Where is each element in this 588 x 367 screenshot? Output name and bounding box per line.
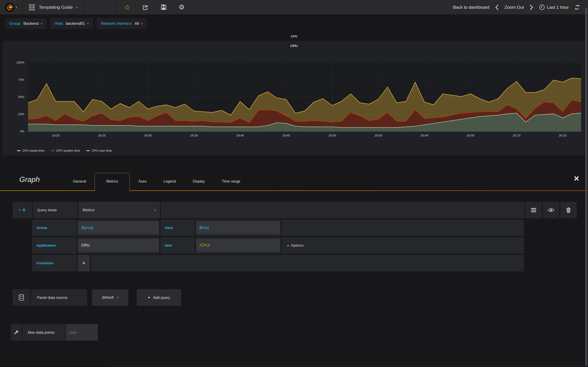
star-icon[interactable]: ☆ <box>124 4 130 11</box>
query-row-filler <box>161 202 524 218</box>
navbar-right: Back to dashboard Zoom Out Last 1 hour <box>453 0 588 15</box>
editor-tabs: GeneralMetricsAxesLegendDisplayTime rang… <box>65 168 249 191</box>
zoom-out-button[interactable]: Zoom Out <box>504 5 524 10</box>
gear-icon[interactable]: ⚙ <box>179 4 185 10</box>
variable-value: backend01 <box>66 21 85 26</box>
query-toggle-visibility-button[interactable] <box>543 202 559 218</box>
legend-swatch <box>51 150 54 151</box>
functions-label: Functions <box>32 255 77 271</box>
editor-accent-line <box>0 190 588 191</box>
time-range-label: Last 1 hour <box>547 5 569 10</box>
query-menu-button[interactable] <box>525 202 542 218</box>
variable-value: Backend <box>23 21 39 26</box>
panel-type-title: Graph <box>19 175 40 184</box>
query-mode-label: Query Mode <box>33 202 78 218</box>
x-axis-label: 19:55 <box>374 134 382 137</box>
query-collapse-toggle[interactable]: ▾ A <box>13 202 32 218</box>
chevron-down-icon: ▾ <box>154 209 156 212</box>
options-toggle[interactable]: ▸ Options: <box>282 237 524 254</box>
tab-metrics[interactable]: Metrics <box>95 173 130 191</box>
group-input[interactable] <box>78 221 159 234</box>
datasource-select[interactable]: default ▾ <box>92 289 128 306</box>
cpu-graph-canvas[interactable] <box>28 63 581 132</box>
x-axis-label: 19:45 <box>282 134 290 137</box>
chevron-down-icon: ▾ <box>16 6 17 9</box>
variable-dropdown-host[interactable]: Host:backend01▾ <box>50 18 93 29</box>
time-picker-button[interactable]: Last 1 hour <box>539 4 569 10</box>
navbar-actions: ☆ ⚙ <box>117 0 185 15</box>
item-label: Item <box>160 237 195 254</box>
tab-axes[interactable]: Axes <box>130 179 155 191</box>
scrollbar[interactable] <box>585 8 587 366</box>
trash-icon <box>566 207 571 213</box>
y-axis-label: 100% <box>10 61 24 64</box>
chevron-right-icon[interactable] <box>529 4 534 10</box>
graph-panel: CPU 0%25%50%75%100%19:2019:2519:3019:351… <box>3 41 585 156</box>
tab-general[interactable]: General <box>65 179 95 191</box>
x-axis-label: 19:40 <box>236 134 244 137</box>
legend-label: CPU system time <box>56 149 80 152</box>
save-icon[interactable] <box>161 4 167 10</box>
host-input[interactable] <box>196 221 280 234</box>
query-row-application-item: Application Item ▸ Options: <box>32 237 524 254</box>
caret-right-icon: ▸ <box>288 244 289 247</box>
plot-area[interactable]: 0%25%50%75%100%19:2019:2519:3019:3519:40… <box>28 63 581 132</box>
editor-header: Graph GeneralMetricsAxesLegendDisplayTim… <box>0 168 588 191</box>
item-input-cell <box>196 237 281 254</box>
database-icon <box>18 294 24 301</box>
chevron-down-icon: ▾ <box>87 22 89 25</box>
row-filler <box>91 255 524 271</box>
chevron-left-icon[interactable] <box>495 4 499 10</box>
query-row-functions: Functions + <box>32 255 524 271</box>
panel-title[interactable]: CPU <box>3 41 585 48</box>
x-axis-label: 20:05 <box>467 134 474 137</box>
y-axis-label: 25% <box>10 112 24 116</box>
y-axis-label: 50% <box>10 95 24 99</box>
graph-legend: CPU iowait timeCPU system timeCPU user t… <box>17 149 112 152</box>
legend-item[interactable]: CPU iowait time <box>17 149 44 152</box>
datasource-label: Panel data source <box>31 289 87 306</box>
tab-legend[interactable]: Legend <box>155 179 184 191</box>
application-input[interactable] <box>78 239 159 252</box>
navbar-spacer <box>185 0 453 15</box>
variable-dropdown-network-interface[interactable]: Network interface:All▾ <box>97 18 147 29</box>
x-axis-label: 19:25 <box>98 134 106 137</box>
y-axis-label: 75% <box>10 78 24 81</box>
item-input[interactable] <box>196 239 280 252</box>
tab-display[interactable]: Display <box>184 179 213 191</box>
add-query-label: Add query <box>153 295 170 300</box>
query-row-group-host: Group Host <box>32 219 524 236</box>
group-input-cell <box>78 219 159 236</box>
row-title[interactable]: CPU <box>0 35 588 38</box>
query-delete-button[interactable] <box>560 202 577 218</box>
legend-swatch <box>86 150 90 151</box>
chevron-down-icon: ▾ <box>76 6 78 9</box>
panel-editor: Graph GeneralMetricsAxesLegendDisplayTim… <box>0 168 588 341</box>
share-icon[interactable] <box>142 4 149 10</box>
add-function-button[interactable]: + <box>78 255 90 271</box>
close-editor-button[interactable] <box>574 176 579 182</box>
chevron-down-icon: ▾ <box>117 296 119 299</box>
query-row-a: ▾ A Query Mode Metrics ▾ <box>13 202 577 218</box>
dashboard-title-menu[interactable]: Templating Guide ▾ <box>23 0 84 15</box>
dashboard-grid-icon <box>28 4 35 11</box>
legend-item[interactable]: CPU system time <box>51 149 80 152</box>
close-icon <box>574 176 579 181</box>
legend-item[interactable]: CPU user time <box>86 149 112 152</box>
variable-value: All <box>135 21 139 26</box>
grafana-logo-menu[interactable]: ▾ <box>0 0 22 15</box>
add-query-button[interactable]: + Add query <box>137 289 181 306</box>
variable-label: Host: <box>54 21 64 26</box>
chevron-down-icon: ▾ <box>41 22 42 25</box>
refresh-icon[interactable] <box>574 4 580 10</box>
legend-label: CPU user time <box>92 149 112 152</box>
grafana-logo-icon <box>5 2 15 12</box>
variable-dropdown-group[interactable]: Group:Backend▾ <box>5 18 46 29</box>
navbar-gap <box>84 0 116 15</box>
query-mode-value: Metrics <box>83 208 95 212</box>
query-mode-select[interactable]: Metrics ▾ <box>78 202 160 218</box>
tab-time-range[interactable]: Time range <box>213 179 249 191</box>
back-to-dashboard-button[interactable]: Back to dashboard <box>453 5 489 10</box>
max-data-points-input[interactable] <box>66 324 98 341</box>
variable-label: Network interface: <box>101 21 132 26</box>
